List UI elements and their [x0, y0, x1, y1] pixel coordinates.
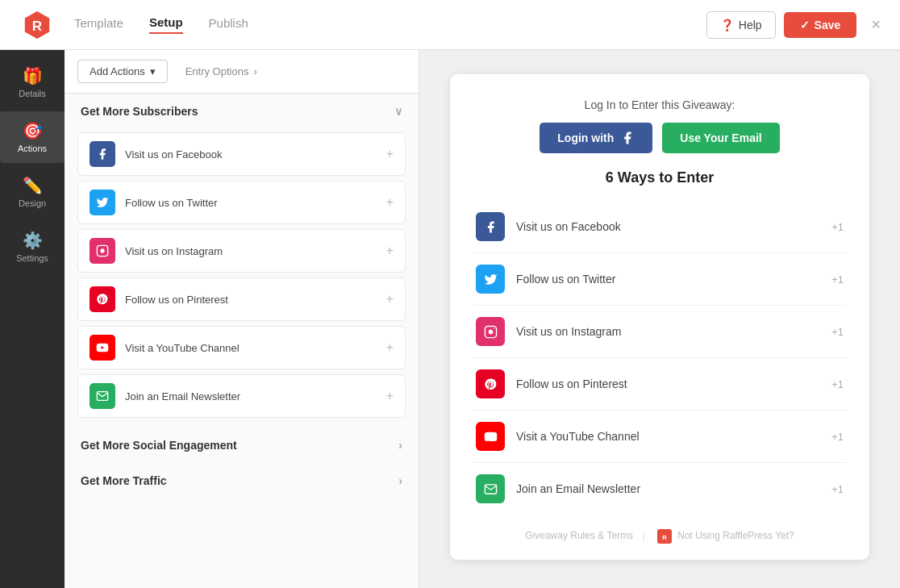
- svg-text:R: R: [662, 534, 667, 541]
- sidebar-item-design[interactable]: ✏️ Design: [0, 166, 65, 218]
- way-label-facebook: Visit us on Facebook: [516, 220, 820, 233]
- help-icon: ❓: [720, 19, 734, 31]
- add-pinterest-icon[interactable]: +: [386, 292, 394, 307]
- sidebar-label-details: Details: [19, 89, 46, 98]
- section-subscribers-title: Get More Subscribers: [81, 105, 198, 118]
- login-fb-label: Login with: [557, 131, 614, 144]
- action-label-youtube: Visit a YouTube Channel: [125, 342, 377, 354]
- chevron-right-traffic-icon: ›: [398, 474, 402, 487]
- action-item-email[interactable]: Join an Email Newsletter +: [77, 374, 406, 418]
- way-label-email: Join an Email Newsletter: [516, 482, 820, 495]
- sidebar-item-details[interactable]: 🎁 Details: [0, 56, 65, 108]
- logo[interactable]: R: [13, 10, 61, 40]
- ways-list: Visit us on Facebook +1 Follow us on Twi…: [473, 201, 847, 515]
- way-item-twitter[interactable]: Follow us on Twitter +1: [473, 253, 847, 306]
- sidebar: 🎁 Details 🎯 Actions ✏️ Design ⚙️ Setting…: [0, 50, 65, 588]
- giveaway-card: Log In to Enter this Giveaway: Login wit…: [450, 74, 869, 560]
- footer-divider: |: [642, 530, 644, 541]
- footer-rules-link[interactable]: Giveaway Rules & Terms: [525, 530, 633, 541]
- way-item-instagram[interactable]: Visit us on Instagram +1: [473, 306, 847, 358]
- ways-title: 6 Ways to Enter: [473, 169, 847, 186]
- pinterest-icon: [90, 286, 115, 312]
- panel-toolbar: Add Actions ▾ Entry Options ›: [65, 50, 419, 94]
- top-bar: R Template Setup Publish ❓ Help ✓ Save ×: [0, 0, 900, 50]
- add-youtube-icon[interactable]: +: [386, 340, 394, 355]
- sidebar-item-actions[interactable]: 🎯 Actions: [0, 111, 65, 163]
- nav-publish[interactable]: Publish: [209, 16, 248, 33]
- way-label-pinterest: Follow us on Pinterest: [516, 377, 820, 390]
- close-button[interactable]: ×: [865, 12, 887, 37]
- svg-text:R: R: [32, 18, 42, 33]
- chevron-right-social-icon: ›: [398, 439, 402, 452]
- login-prompt-text: Log In to Enter this Giveaway:: [473, 98, 847, 111]
- action-item-facebook[interactable]: Visit us on Facebook +: [77, 132, 406, 176]
- section-traffic-header[interactable]: Get More Traffic ›: [65, 463, 419, 498]
- way-twitter-icon: [476, 265, 505, 294]
- action-label-instagram: Visit us on Instagram: [125, 245, 377, 257]
- svg-point-6: [493, 327, 494, 328]
- add-facebook-icon[interactable]: +: [386, 147, 394, 161]
- way-facebook-icon: [476, 212, 505, 241]
- login-prompt: Log In to Enter this Giveaway: Login wit…: [473, 98, 847, 153]
- use-email-button[interactable]: Use Your Email: [662, 123, 779, 153]
- settings-icon: ⚙️: [23, 231, 43, 250]
- action-label-pinterest: Follow us on Pinterest: [125, 294, 377, 306]
- way-points-pinterest: +1: [831, 378, 844, 390]
- way-item-youtube[interactable]: Visit a YouTube Channel +1: [473, 411, 847, 463]
- action-label-email: Join an Email Newsletter: [125, 390, 377, 402]
- way-item-pinterest[interactable]: Follow us on Pinterest +1: [473, 358, 847, 411]
- action-item-instagram[interactable]: Visit us on Instagram +: [77, 229, 406, 273]
- help-button[interactable]: ❓ Help: [706, 11, 776, 39]
- facebook-icon: [90, 141, 115, 167]
- add-email-icon[interactable]: +: [386, 389, 394, 403]
- middle-panel: Add Actions ▾ Entry Options › Get More S…: [65, 50, 419, 588]
- nav-template[interactable]: Template: [74, 16, 123, 33]
- sidebar-item-settings[interactable]: ⚙️ Settings: [0, 221, 65, 273]
- add-actions-button[interactable]: Add Actions ▾: [77, 60, 168, 83]
- actions-icon: 🎯: [23, 121, 43, 140]
- way-points-twitter: +1: [831, 273, 844, 286]
- way-item-email[interactable]: Join an Email Newsletter +1: [473, 463, 847, 515]
- section-social-title: Get More Social Engagement: [81, 439, 237, 452]
- action-item-pinterest[interactable]: Follow us on Pinterest +: [77, 277, 406, 321]
- save-button[interactable]: ✓ Save: [784, 12, 857, 38]
- section-subscribers-header[interactable]: Get More Subscribers ∨: [65, 94, 419, 129]
- way-label-twitter: Follow us on Twitter: [516, 273, 820, 286]
- gift-icon: 🎁: [23, 66, 43, 85]
- design-icon: ✏️: [23, 176, 43, 195]
- sidebar-label-design: Design: [19, 198, 46, 208]
- way-item-facebook[interactable]: Visit us on Facebook +1: [473, 201, 847, 253]
- login-buttons: Login with Use Your Email: [473, 123, 847, 153]
- sidebar-label-settings: Settings: [16, 253, 48, 263]
- check-icon: ✓: [800, 19, 810, 31]
- rafflepress-logo-icon: R: [657, 529, 672, 544]
- way-points-youtube: +1: [831, 431, 844, 443]
- action-label-twitter: Follow us on Twitter: [125, 197, 377, 209]
- way-points-instagram: +1: [831, 326, 844, 338]
- sidebar-label-actions: Actions: [18, 144, 47, 153]
- card-footer: Giveaway Rules & Terms | R Not Using Raf…: [473, 529, 847, 544]
- add-twitter-icon[interactable]: +: [386, 195, 394, 210]
- footer-cta-link[interactable]: Not Using RafflePress Yet?: [677, 530, 794, 541]
- chevron-down-icon: ∨: [394, 105, 402, 118]
- nav-setup[interactable]: Setup: [149, 15, 183, 34]
- way-label-youtube: Visit a YouTube Channel: [516, 430, 820, 443]
- chevron-right-icon: ›: [253, 65, 256, 77]
- entry-options-button[interactable]: Entry Options ›: [174, 60, 269, 82]
- facebook-login-icon: [620, 131, 635, 145]
- dropdown-icon: ▾: [150, 65, 156, 77]
- add-instagram-icon[interactable]: +: [386, 244, 394, 258]
- email-icon: [90, 383, 115, 409]
- action-item-youtube[interactable]: Visit a YouTube Channel +: [77, 326, 406, 369]
- top-nav: Template Setup Publish: [74, 15, 706, 34]
- top-bar-actions: ❓ Help ✓ Save ×: [706, 11, 887, 39]
- way-email-icon: [476, 474, 505, 503]
- login-facebook-button[interactable]: Login with: [540, 123, 652, 153]
- section-traffic-title: Get More Traffic: [81, 474, 167, 487]
- way-youtube-icon: [476, 422, 505, 451]
- action-item-twitter[interactable]: Follow us on Twitter +: [77, 181, 406, 224]
- way-points-email: +1: [831, 483, 844, 495]
- section-social-header[interactable]: Get More Social Engagement ›: [65, 427, 419, 463]
- way-pinterest-icon: [476, 369, 505, 398]
- main-layout: 🎁 Details 🎯 Actions ✏️ Design ⚙️ Setting…: [0, 50, 900, 588]
